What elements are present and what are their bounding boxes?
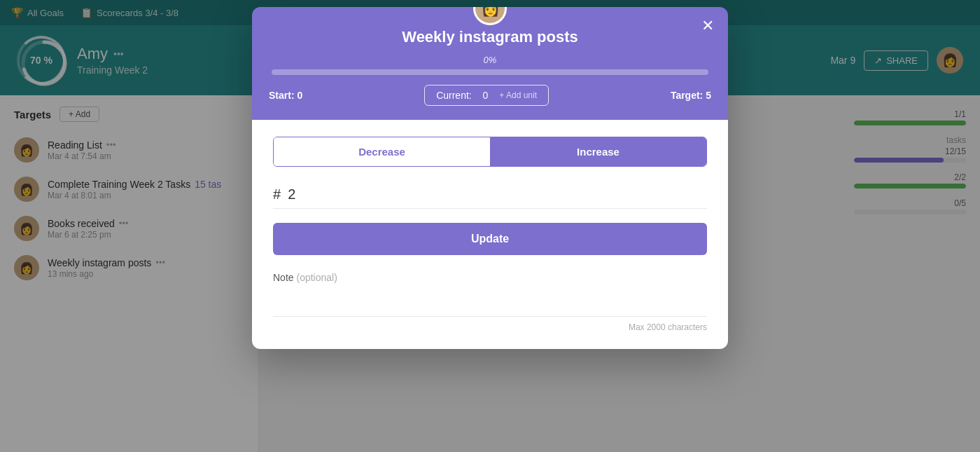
decrease-button[interactable]: Decrease <box>274 137 490 166</box>
note-label: Note (optional) <box>273 272 707 283</box>
hash-symbol: # <box>273 186 281 203</box>
modal-body: Decrease Increase # Update Note (optiona… <box>252 120 728 349</box>
modal-current-button[interactable]: Current: 0 + Add unit <box>424 85 549 106</box>
modal: 👩 ✕ Weekly instagram posts 0% Start: 0 C… <box>252 7 728 349</box>
modal-start: Start: 0 <box>269 90 302 101</box>
modal-progress-percent: 0% <box>269 55 711 65</box>
number-input[interactable] <box>288 186 707 203</box>
modal-close-button[interactable]: ✕ <box>701 18 714 34</box>
update-button[interactable]: Update <box>273 223 707 255</box>
modal-progress-bar <box>272 69 708 75</box>
modal-values: Start: 0 Current: 0 + Add unit Target: 5 <box>269 85 711 106</box>
note-max-chars: Max 2000 characters <box>273 322 707 332</box>
modal-overlay[interactable]: 👩 ✕ Weekly instagram posts 0% Start: 0 C… <box>0 0 980 452</box>
increase-button[interactable]: Increase <box>490 137 706 166</box>
modal-title: Weekly instagram posts <box>269 28 711 46</box>
modal-target: Target: 5 <box>671 90 711 101</box>
toggle-group: Decrease Increase <box>273 137 707 167</box>
note-textarea[interactable] <box>273 289 707 317</box>
number-input-row: # <box>273 181 707 209</box>
